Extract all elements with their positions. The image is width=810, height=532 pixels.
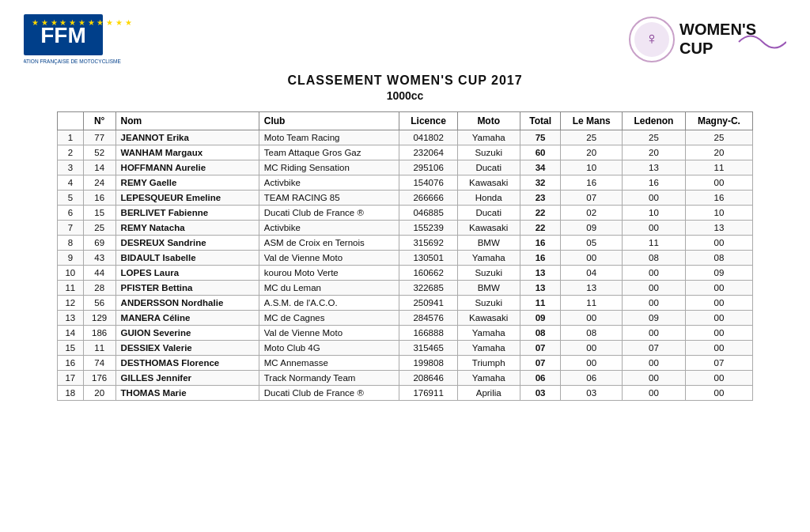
cell-num: 74 [83, 356, 115, 371]
table-row: 615BERLIVET FabienneDucati Club de Franc… [58, 206, 753, 221]
cell-club: ASM de Croix en Ternois [259, 236, 399, 251]
cell-club: kourou Moto Verte [259, 266, 399, 281]
cell-lemans: 00 [561, 341, 622, 356]
svg-text:WOMEN'S: WOMEN'S [679, 21, 756, 38]
cell-ledenon: 00 [622, 281, 685, 296]
table-row: 314HOFFMANN AurelieMC Riding Sensation29… [58, 160, 753, 175]
cell-total: 13 [520, 266, 561, 281]
cell-num: 16 [83, 191, 115, 206]
cell-moto: BMW [457, 281, 520, 296]
cell-ledenon: 00 [622, 266, 685, 281]
cell-pos: 1 [58, 130, 84, 145]
cell-lemans: 09 [561, 221, 622, 236]
cell-moto: Triumph [457, 356, 520, 371]
cell-pos: 7 [58, 221, 84, 236]
cell-ledenon: 08 [622, 251, 685, 266]
cell-nom: REMY Natacha [115, 221, 259, 236]
col-header-ledenon: Ledenon [622, 112, 685, 130]
cell-nom: MANERA Céline [115, 311, 259, 326]
cell-magny: 00 [685, 326, 752, 341]
cell-moto: BMW [457, 236, 520, 251]
cell-total: 09 [520, 311, 561, 326]
cell-lemans: 25 [561, 130, 622, 145]
cell-total: 03 [520, 386, 561, 401]
table-row: 1128PFISTER BettinaMC du Leman322685BMW1… [58, 281, 753, 296]
cell-club: MC de Cagnes [259, 311, 399, 326]
table-row: 14186GUION SeverineVal de Vienne Moto166… [58, 326, 753, 341]
cell-total: 16 [520, 251, 561, 266]
col-header-pos [58, 112, 84, 130]
cell-magny: 07 [685, 356, 752, 371]
cell-num: 176 [83, 371, 115, 386]
cell-magny: 11 [685, 160, 752, 175]
table-row: 424REMY GaelleActivbike154076Kawasaki321… [58, 175, 753, 191]
header-row: N° Nom Club Licence Moto Total Le Mans L… [58, 112, 753, 130]
cell-total: 60 [520, 145, 561, 160]
cell-pos: 13 [58, 311, 84, 326]
cell-moto: Ducati [457, 160, 520, 175]
cell-lemans: 03 [561, 386, 622, 401]
cell-total: 22 [520, 221, 561, 236]
cell-magny: 16 [685, 191, 752, 206]
cell-num: 129 [83, 311, 115, 326]
cell-num: 186 [83, 326, 115, 341]
cell-lemans: 00 [561, 311, 622, 326]
cell-magny: 00 [685, 175, 752, 191]
cell-ledenon: 00 [622, 326, 685, 341]
title-section: CLASSEMENT WOMEN'S CUP 2017 1000cc [24, 74, 786, 102]
cell-nom: BIDAULT Isabelle [115, 251, 259, 266]
cell-ledenon: 00 [622, 386, 685, 401]
cell-nom: PFISTER Bettina [115, 281, 259, 296]
cell-magny: 00 [685, 281, 752, 296]
cell-club: Val de Vienne Moto [259, 251, 399, 266]
cell-licence: 046885 [399, 206, 457, 221]
cell-licence: 322685 [399, 281, 457, 296]
cell-total: 08 [520, 326, 561, 341]
cell-pos: 3 [58, 160, 84, 175]
cell-moto: Yamaha [457, 326, 520, 341]
col-header-club: Club [259, 112, 399, 130]
table-row: 943BIDAULT IsabelleVal de Vienne Moto130… [58, 251, 753, 266]
cell-ledenon: 00 [622, 356, 685, 371]
table-body: 177JEANNOT ErikaMoto Team Racing041802Ya… [58, 130, 753, 401]
cell-num: 24 [83, 175, 115, 191]
cell-num: 15 [83, 206, 115, 221]
page: FFM ★ ★ ★ ★ ★ ★ ★ ★ ★ ★ ★ ★ FÉDÉRATION F… [0, 0, 810, 532]
cell-num: 77 [83, 130, 115, 145]
table-row: 1044LOPES Laurakourou Moto Verte160662Su… [58, 266, 753, 281]
cell-nom: DESSIEX Valerie [115, 341, 259, 356]
cell-club: Moto Club 4G [259, 341, 399, 356]
cell-magny: 13 [685, 221, 752, 236]
cell-moto: Kawasaki [457, 311, 520, 326]
cell-club: Ducati Club de France ® [259, 386, 399, 401]
cell-magny: 00 [685, 311, 752, 326]
cell-nom: LEPESQUEUR Emeline [115, 191, 259, 206]
cell-magny: 00 [685, 236, 752, 251]
cell-moto: Honda [457, 191, 520, 206]
cell-num: 11 [83, 341, 115, 356]
cell-lemans: 11 [561, 296, 622, 311]
womens-cup-logo: ♀ WOMEN'S CUP [628, 14, 786, 66]
cell-moto: Suzuki [457, 266, 520, 281]
cell-pos: 18 [58, 386, 84, 401]
cell-pos: 4 [58, 175, 84, 191]
cell-magny: 00 [685, 341, 752, 356]
cell-pos: 11 [58, 281, 84, 296]
svg-text:FÉDÉRATION FRANÇAISE DE MOTOCY: FÉDÉRATION FRANÇAISE DE MOTOCYCLISME [24, 58, 121, 65]
cell-nom: WANHAM Margaux [115, 145, 259, 160]
cell-num: 52 [83, 145, 115, 160]
cell-total: 32 [520, 175, 561, 191]
cell-nom: DESTHOMAS Florence [115, 356, 259, 371]
table-row: 177JEANNOT ErikaMoto Team Racing041802Ya… [58, 130, 753, 145]
cell-club: MC du Leman [259, 281, 399, 296]
cell-licence: 284576 [399, 311, 457, 326]
cell-magny: 00 [685, 296, 752, 311]
cell-club: Activbike [259, 175, 399, 191]
cell-licence: 160662 [399, 266, 457, 281]
table-row: 1820THOMAS MarieDucati Club de France ®1… [58, 386, 753, 401]
cell-pos: 6 [58, 206, 84, 221]
col-header-total: Total [520, 112, 561, 130]
cell-moto: Yamaha [457, 371, 520, 386]
cell-total: 34 [520, 160, 561, 175]
cell-lemans: 06 [561, 371, 622, 386]
